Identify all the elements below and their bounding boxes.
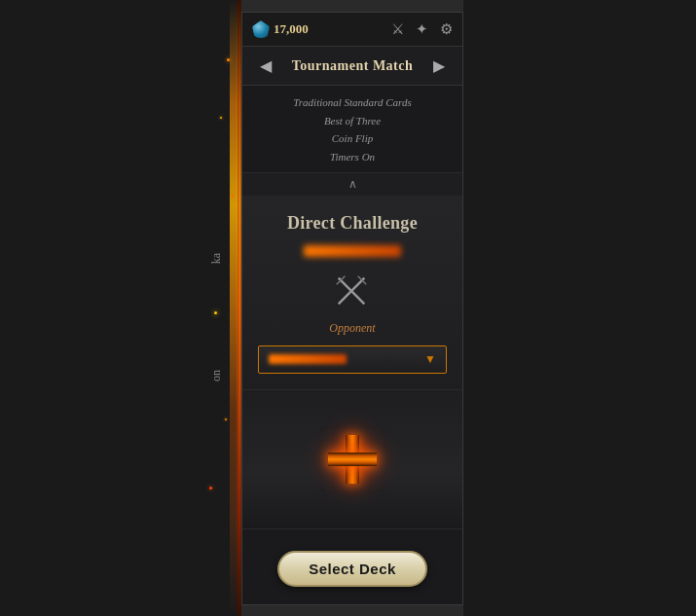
main-panel: 17,000 ⚔ ✦ ⚙ ◀ Tournament Match ▶ Tradit… (241, 12, 463, 605)
left-partial-panel: ka on (0, 0, 241, 616)
nav-next-arrow[interactable]: ▶ (427, 54, 451, 77)
match-info-line3: Coin Flip (242, 129, 462, 148)
challenge-section: Direct Challenge (242, 196, 462, 390)
opponent-dropdown[interactable]: ▼ (258, 345, 447, 374)
sword-icon[interactable]: ⚔ (391, 20, 404, 38)
bottom-area: Select Deck (242, 528, 462, 604)
match-info-line4: Timers On (242, 148, 462, 166)
collapse-arrow-icon: ∧ (348, 177, 357, 191)
right-partial-panel (463, 0, 696, 616)
match-info: Traditional Standard Cards Best of Three… (242, 86, 462, 173)
challenge-title: Direct Challenge (287, 213, 418, 234)
top-bar: 17,000 ⚔ ✦ ⚙ (242, 13, 462, 47)
blurred-username (304, 245, 401, 257)
select-deck-button[interactable]: Select Deck (277, 551, 427, 587)
deck-section (242, 390, 462, 528)
opponent-label: Opponent (329, 321, 375, 336)
shield-icon[interactable]: ✦ (416, 20, 428, 38)
gear-icon[interactable]: ⚙ (440, 20, 453, 38)
nav-title: Tournament Match (292, 58, 414, 74)
currency-display: 17,000 (252, 20, 309, 38)
currency-amount: 17,000 (274, 21, 309, 37)
dropdown-arrow-icon: ▼ (424, 352, 436, 367)
swords-icon (333, 272, 372, 311)
dropdown-selected-value (269, 354, 347, 364)
match-info-line2: Best of Three (242, 112, 462, 130)
gem-icon (252, 20, 270, 38)
match-info-line1: Traditional Standard Cards (242, 93, 462, 112)
nav-bar: ◀ Tournament Match ▶ (242, 47, 462, 86)
add-deck-button[interactable] (318, 425, 386, 493)
top-icons-group: ⚔ ✦ ⚙ (391, 20, 453, 38)
nav-prev-arrow[interactable]: ◀ (254, 54, 277, 77)
collapse-button[interactable]: ∧ (242, 173, 462, 196)
